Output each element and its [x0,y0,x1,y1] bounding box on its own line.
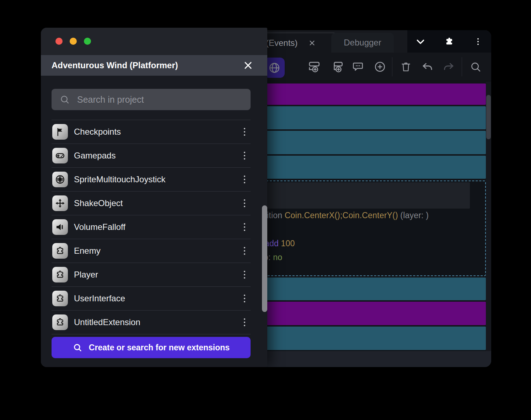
list-item-label: Checkpoints [74,127,238,137]
dialog-header: Adventurous Wind (Platformer) [41,55,267,76]
event-condition-panel [263,182,470,209]
action-value: 100 [281,239,295,248]
action-expression: Coin.CenterX();Coin.CenterY() [285,211,398,220]
dialog-scrollbar-thumb[interactable] [262,205,267,312]
event-action-line: ition Coin.CenterX();Coin.CenterY() (lay… [267,211,429,220]
scrollbar-thumb[interactable] [486,95,491,139]
chevron-down-icon[interactable] [414,35,427,48]
event-row[interactable] [261,302,486,325]
add-subevent-button[interactable] [329,58,346,75]
list-item-player[interactable]: Player [52,263,251,286]
flag-icon [52,124,68,140]
list-item-gamepads[interactable]: Gamepads [52,144,251,167]
add-event-icon [308,60,321,74]
event-row[interactable] [261,278,486,300]
extensions-list: Checkpoints Gamepads SpriteMultitouchJoy… [52,120,251,334]
action-text-suffix: (layer: ) [400,211,429,220]
tab-close-icon[interactable] [307,38,317,48]
toolbar-divider [392,57,392,76]
puzzle-icon [52,267,68,282]
list-item-untitledextension[interactable]: UntitledExtension [52,310,251,334]
item-menu-kebab-icon[interactable] [238,125,251,139]
search-icon [470,61,482,73]
event-row[interactable] [261,156,486,179]
delete-button[interactable] [397,58,414,75]
tab-debugger-label: Debugger [344,38,381,48]
close-traffic-light[interactable] [55,38,63,45]
gamepad-icon [52,148,68,163]
item-menu-kebab-icon[interactable] [238,220,251,234]
search-icon [59,94,70,105]
item-menu-kebab-icon[interactable] [238,149,251,163]
extensions-puzzle-icon[interactable] [442,35,456,48]
item-menu-kebab-icon[interactable] [238,244,251,258]
puzzle-icon [52,314,68,330]
move-arrows-icon [52,195,68,211]
close-dialog-button[interactable] [242,59,254,72]
search-input[interactable] [76,94,251,105]
item-menu-kebab-icon[interactable] [238,291,251,306]
list-item-volumefalloff[interactable]: VolumeFalloff [52,215,251,239]
selected-event-block[interactable]: ition Coin.CenterX();Coin.CenterY() (lay… [261,181,486,276]
tab-bar-right-section [407,30,491,53]
list-item-label: ShakeObject [74,198,238,208]
project-manager-dialog: Adventurous Wind (Platformer) Checkpoint… [41,28,267,367]
toolbar-divider [462,57,462,76]
tab-debugger[interactable]: Debugger [331,33,394,53]
search-events-button[interactable] [467,58,484,75]
search-icon [73,343,82,352]
list-item-enemy[interactable]: Enemy [52,239,251,263]
event-row[interactable] [261,131,486,154]
event-row[interactable] [261,106,486,129]
create-extension-button[interactable]: Create or search for new extensions [52,337,251,358]
item-menu-kebab-icon[interactable] [238,315,251,329]
puzzle-icon [52,291,68,306]
kebab-menu-icon[interactable] [471,35,485,48]
screenshot-stage: (Events) Debugger [0,0,531,420]
dialog-titlebar [41,28,267,55]
list-item-spritemultitouchjoystick[interactable]: SpriteMultitouchJoystick [52,167,251,191]
add-subevent-icon [331,60,344,74]
list-item-userinterface[interactable]: UserInterface [52,286,251,310]
dialog-body: Checkpoints Gamepads SpriteMultitouchJoy… [41,76,267,367]
action-value: no [273,253,282,262]
add-circle-icon [374,60,386,73]
tab-events-label: (Events) [266,38,297,48]
item-menu-kebab-icon[interactable] [238,268,251,282]
zoom-traffic-light[interactable] [84,38,91,45]
add-event-button[interactable] [306,58,323,75]
undo-icon [421,60,434,73]
list-item-label: SpriteMultitouchJoystick [74,174,238,184]
minimize-traffic-light[interactable] [70,38,77,45]
create-extension-label: Create or search for new extensions [89,343,230,352]
list-item-shakeobject[interactable]: ShakeObject [52,191,251,215]
undo-button[interactable] [419,58,436,75]
project-search-box[interactable] [52,89,251,110]
list-item-label: UserInterface [74,294,238,303]
list-item-label: Player [74,270,238,280]
add-circle-button[interactable] [371,58,388,75]
speaker-icon [52,219,68,235]
event-action-line: add 100 [265,239,295,248]
list-item-checkpoints[interactable]: Checkpoints [52,120,251,144]
list-item-label: Enemy [74,246,238,256]
project-title: Adventurous Wind (Platformer) [52,60,178,70]
event-row[interactable] [261,84,486,105]
action-text-prefix: ition [267,211,282,220]
list-item-label: Gamepads [74,151,238,161]
list-item-label: VolumeFalloff [74,222,238,232]
globe-icon [268,61,281,74]
add-comment-button[interactable] [349,58,366,75]
add-comment-icon [352,60,364,73]
trash-icon [400,61,412,73]
item-menu-kebab-icon[interactable] [238,172,251,187]
list-item-label: UntitledExtension [74,317,238,327]
joystick-icon [52,172,68,187]
redo-icon [442,60,455,73]
puzzle-icon [52,243,68,259]
item-menu-kebab-icon[interactable] [238,196,251,210]
event-row[interactable] [261,327,486,350]
close-icon [243,60,253,71]
redo-button[interactable] [440,58,457,75]
